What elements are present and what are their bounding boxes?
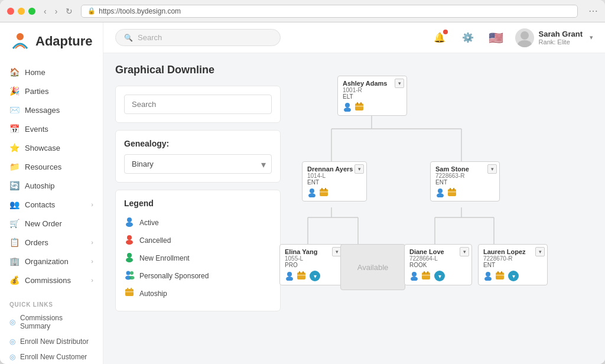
browser-menu-button[interactable]: ⋯: [588, 5, 598, 17]
drennan-name: Drennan Ayers: [307, 165, 362, 173]
sidebar-item-home[interactable]: 🏠 Home: [0, 63, 103, 82]
diane-dropdown[interactable]: ▾: [460, 247, 469, 256]
minimize-button[interactable]: [18, 8, 25, 15]
parties-icon: 🎉: [9, 86, 19, 96]
elina-calendar-icon: [297, 271, 306, 281]
drennan-person-icon: [307, 188, 317, 197]
orders-icon: 📋: [9, 238, 19, 247]
notification-button[interactable]: 🔔: [430, 28, 449, 47]
lauren-dropdown[interactable]: ▾: [535, 247, 545, 256]
address-bar[interactable]: 🔒 https://tools.bydesign.com: [81, 5, 578, 18]
svg-point-62: [486, 272, 490, 277]
close-button[interactable]: [7, 8, 14, 15]
sam-dropdown[interactable]: ▾: [487, 164, 497, 174]
tree-search-input[interactable]: [124, 95, 272, 114]
organization-icon: 🏢: [9, 256, 19, 266]
quick-link-label-3: Enroll New Customer: [20, 353, 87, 361]
logo-area: Adapture: [0, 22, 103, 58]
svg-rect-41: [321, 188, 323, 190]
sidebar-item-parties[interactable]: 🎉 Parties: [0, 82, 103, 100]
logo-icon: [9, 31, 31, 52]
nav-items: 🏠 Home 🎉 Parties ✉️ Messages 📅 Events ⭐: [0, 58, 103, 294]
quick-link-enroll-customer[interactable]: ◎ Enroll New Customer: [0, 349, 103, 364]
forward-button[interactable]: ›: [53, 5, 60, 17]
sidebar-item-organization[interactable]: 🏢 Organization ›: [0, 252, 103, 271]
sidebar-item-orders[interactable]: 📋 Orders ›: [0, 233, 103, 252]
sidebar-item-messages[interactable]: ✉️ Messages: [0, 100, 103, 119]
quick-link-icon-1: ◎: [9, 318, 15, 326]
svg-rect-37: [355, 106, 363, 107]
user-info: Sarah Grant Rank: Elite: [539, 30, 583, 46]
ashley-calendar-icon: [354, 102, 364, 112]
search-bar[interactable]: 🔍 Search: [115, 29, 281, 46]
nav-label-resources: Resources: [25, 162, 61, 171]
legend-label-cancelled: Cancelled: [139, 236, 171, 245]
organization-arrow: ›: [91, 258, 93, 265]
svg-point-1: [521, 31, 529, 40]
back-button[interactable]: ‹: [41, 5, 49, 17]
svg-point-32: [345, 103, 350, 108]
svg-rect-65: [497, 271, 499, 274]
svg-point-6: [126, 240, 133, 245]
language-button[interactable]: 🇺🇸: [487, 28, 506, 47]
legend-item-cancelled: Cancelled: [124, 232, 272, 249]
nav-label-showcase: Showcase: [25, 144, 60, 152]
genealogy-select-wrapper: Binary Enroller Sponsor ▾: [124, 154, 272, 174]
svg-rect-55: [297, 275, 305, 276]
events-icon: 📅: [9, 124, 19, 134]
nav-label-events: Events: [25, 125, 48, 134]
search-icon: 🔍: [124, 34, 133, 42]
sam-name: Sam Stone: [435, 165, 495, 173]
drennan-code: 1014-L: [307, 173, 362, 179]
sidebar-item-commissions[interactable]: 💰 Commissions ›: [0, 271, 103, 290]
diane-expand-button[interactable]: ▾: [434, 271, 445, 281]
diane-name: Diane Love: [409, 248, 467, 255]
tree-node-drennan: ▾ Drennan Ayers 1014-L ENT: [302, 161, 367, 202]
quick-link-enroll-distributor[interactable]: ◎ Enroll New Distributor: [0, 334, 103, 349]
user-area[interactable]: Sarah Grant Rank: Elite ▾: [515, 28, 593, 47]
sidebar-item-showcase[interactable]: ⭐ Showcase: [0, 138, 103, 157]
svg-point-5: [127, 235, 132, 240]
user-dropdown-arrow[interactable]: ▾: [590, 34, 593, 41]
sidebar: Adapture 🏠 Home 🎉 Parties ✉️ Messages 📅: [0, 22, 103, 364]
tree-node-available[interactable]: Available: [340, 244, 405, 290]
quick-link-commissions-summary[interactable]: ◎ Commissions Summary: [0, 310, 103, 334]
svg-point-33: [344, 108, 351, 112]
elina-code: 1055-L: [285, 255, 339, 262]
lauren-expand-button[interactable]: ▾: [508, 271, 519, 281]
svg-rect-59: [424, 271, 425, 274]
orders-arrow: ›: [91, 239, 93, 246]
drennan-actions: [307, 188, 362, 197]
legend-item-new-enrollment: New Enrollment: [124, 249, 272, 267]
tree-node-lauren: ▾ Lauren Lopez 7228670-R ENT ▾: [478, 244, 548, 285]
refresh-button[interactable]: ↻: [63, 5, 75, 17]
sidebar-item-events[interactable]: 📅 Events: [0, 119, 103, 138]
contacts-arrow: ›: [91, 201, 93, 208]
nav-label-home: Home: [25, 68, 45, 77]
autoship-legend-icon: [124, 287, 135, 300]
genealogy-select[interactable]: Binary Enroller Sponsor: [124, 154, 272, 174]
left-panel: Graphical Downline Genealogy: Binary Enr…: [115, 64, 281, 353]
sidebar-item-resources[interactable]: 📁 Resources: [0, 157, 103, 176]
svg-rect-16: [125, 291, 134, 292]
active-icon: [124, 216, 135, 229]
maximize-button[interactable]: [28, 8, 35, 15]
svg-rect-35: [357, 102, 358, 105]
sidebar-item-autoship[interactable]: 🔄 Autoship: [0, 176, 103, 195]
legend-label-new-enrollment: New Enrollment: [139, 254, 190, 262]
elina-expand-button[interactable]: ▾: [310, 271, 320, 281]
elina-actions: ▾: [285, 271, 339, 281]
sam-rank: ENT: [435, 179, 495, 186]
drennan-dropdown[interactable]: ▾: [354, 164, 364, 174]
sidebar-item-contacts[interactable]: 👥 Contacts ›: [0, 195, 103, 214]
new-enrollment-icon: [124, 252, 135, 265]
svg-rect-42: [325, 188, 326, 190]
quick-link-icon-2: ◎: [9, 337, 15, 346]
logo-text: Adapture: [35, 34, 93, 49]
legend-title: Legend: [124, 199, 272, 208]
ashley-dropdown[interactable]: ▾: [395, 79, 404, 88]
top-bar: 🔍 Search 🔔 ⚙️ 🇺🇸: [103, 22, 605, 53]
sidebar-item-new-order[interactable]: 🛒 New Order: [0, 214, 103, 233]
settings-button[interactable]: ⚙️: [458, 28, 477, 47]
ashley-code: 1001-R: [343, 87, 402, 93]
